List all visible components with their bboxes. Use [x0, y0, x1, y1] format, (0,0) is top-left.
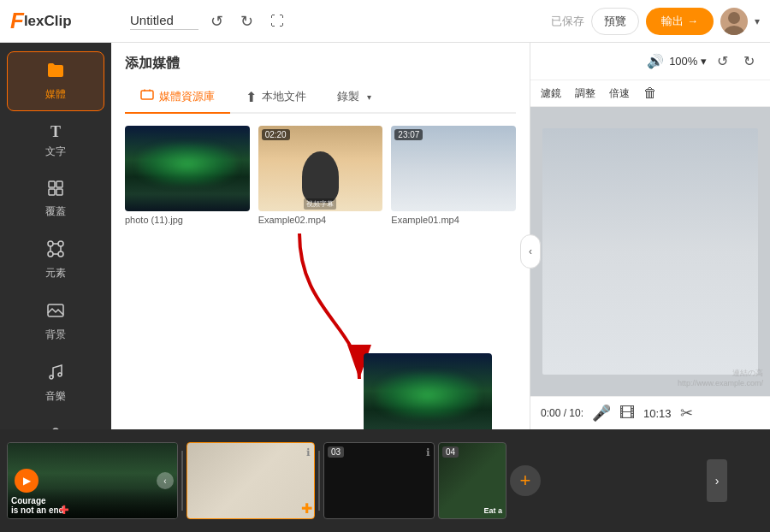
- drop-aurora-effect: [376, 372, 479, 419]
- media-panel: 添加媒體 媒體資源庫 ⬆ 本地文件 錄製: [111, 43, 530, 429]
- media-thumbnail: 02:20 視頻字幕: [258, 126, 383, 211]
- project-name[interactable]: Untitled: [130, 13, 198, 30]
- sidebar-item-elements[interactable]: 元素: [7, 231, 104, 289]
- add-clip-button[interactable]: +: [510, 465, 541, 496]
- preview-button[interactable]: 預覽: [591, 8, 639, 35]
- sidebar-item-media[interactable]: 媒體: [7, 51, 104, 111]
- logo: F lexClip: [10, 8, 121, 34]
- clip-info-icon-03: ℹ: [426, 446, 430, 458]
- clip-04-label: Eat a: [483, 506, 502, 515]
- svg-rect-18: [141, 91, 153, 99]
- preview-bottom: 0:00 / 10: 🎤 🎞 10:13 ✂: [530, 396, 770, 429]
- volume-chevron-icon: ▾: [701, 55, 707, 68]
- sidebar: 媒體 T 文字 覆蓋: [0, 43, 111, 429]
- drop-preview-thumbnail: [364, 353, 492, 429]
- list-item[interactable]: 02:20 視頻字幕 Example02.mp4: [258, 126, 383, 225]
- sidebar-item-background[interactable]: 背景: [7, 293, 104, 351]
- header-right: 已保存 預覽 輸出 → ▾: [551, 8, 760, 35]
- svg-point-15: [50, 375, 53, 379]
- overlay-icon: [47, 180, 64, 201]
- collapse-panel-button[interactable]: ‹: [520, 234, 541, 269]
- timeline-separator: [181, 451, 183, 511]
- svg-point-9: [58, 251, 63, 257]
- preview-controls: 🔊 100% ▾ ↺ ↻: [530, 43, 770, 80]
- speed-action[interactable]: 倍速: [609, 86, 630, 101]
- redo-button[interactable]: ↻: [235, 9, 258, 34]
- library-icon: [140, 88, 154, 105]
- sidebar-item-overlay[interactable]: 覆蓋: [7, 171, 104, 228]
- duration-badge: 02:20: [262, 129, 290, 140]
- sidebar-item-background-label: 背景: [45, 328, 66, 342]
- logo-text: lexClip: [24, 13, 72, 30]
- clip-info-icon: ℹ: [306, 446, 311, 458]
- header-title-area: Untitled ↺ ↻ ⛶: [130, 9, 542, 34]
- list-item[interactable]: photo (11).jpg: [125, 126, 250, 225]
- clip-prev-button[interactable]: ‹: [157, 472, 174, 489]
- film-icon[interactable]: 🎞: [619, 405, 635, 423]
- media-item-label: Example02.mp4: [258, 215, 383, 225]
- video-caption: 視頻字幕: [304, 198, 336, 210]
- duration-badge: 23:07: [394, 129, 423, 140]
- svg-point-7: [58, 241, 63, 246]
- clip-text-label: Courageis not an end: [11, 496, 64, 515]
- undo-preview-button[interactable]: ↺: [712, 50, 733, 73]
- svg-point-8: [48, 251, 53, 257]
- clip-number-03: 03: [328, 446, 344, 458]
- media-content: photo (11).jpg 02:20 視頻字幕 Example02.mp4 …: [111, 114, 530, 429]
- avatar[interactable]: [720, 8, 748, 35]
- preview-canvas: ‹ 連結の高 http://www.example.com/: [530, 107, 770, 396]
- add-icon: +: [520, 470, 531, 492]
- microphone-icon[interactable]: 🎤: [592, 404, 611, 423]
- timeline-clip-03[interactable]: 03 ℹ: [323, 442, 435, 519]
- logo-f: F: [10, 8, 24, 34]
- svg-rect-2: [49, 181, 55, 187]
- preview-image: [542, 128, 758, 374]
- filter-action[interactable]: 濾鏡: [541, 86, 561, 101]
- list-item[interactable]: 23:07 Example01.mp4: [391, 126, 516, 225]
- volume-percent: 100% ▾: [669, 55, 707, 68]
- media-item-label: photo (11).jpg: [125, 215, 250, 225]
- clip-play-button[interactable]: ▶: [15, 469, 38, 493]
- svg-rect-4: [49, 189, 55, 195]
- sidebar-item-text[interactable]: T 文字: [7, 115, 104, 168]
- text-icon: T: [50, 123, 61, 141]
- delete-clip-button[interactable]: 🗑: [643, 86, 657, 101]
- timeline-separator-2: [318, 451, 320, 511]
- svg-point-1: [724, 26, 744, 35]
- sidebar-item-media-label: 媒體: [45, 87, 66, 102]
- tab-record[interactable]: 錄製 ▾: [322, 81, 387, 114]
- timeline-clip-01[interactable]: 01 Courageis not an end ✚ ▶ ‹: [7, 442, 178, 519]
- account-menu-button[interactable]: ▾: [755, 15, 760, 27]
- redo-preview-button[interactable]: ↻: [738, 50, 760, 73]
- sidebar-item-text-label: 文字: [45, 145, 66, 159]
- tab-local-label: 本地文件: [262, 89, 306, 104]
- adjust-action[interactable]: 調整: [575, 86, 595, 101]
- sidebar-item-watermark[interactable]: 浮水印: [7, 416, 104, 429]
- svg-point-0: [728, 12, 740, 24]
- preview-watermark: 連結の高 http://www.example.com/: [678, 368, 763, 389]
- figure-silhouette: [302, 151, 340, 203]
- timeline-clip-02[interactable]: ℹ ✚: [187, 442, 315, 519]
- tab-record-label: 錄製: [337, 89, 359, 104]
- fullscreen-button[interactable]: ⛶: [265, 10, 289, 33]
- timeline-nav-right-button[interactable]: ›: [707, 459, 727, 502]
- tab-local[interactable]: ⬆ 本地文件: [230, 81, 322, 114]
- clip-markers: ✚: [59, 503, 69, 517]
- timeline-clip-04[interactable]: 04 Eat a: [438, 442, 506, 519]
- export-button[interactable]: 輸出 →: [646, 8, 714, 35]
- media-item-label: Example01.mp4: [391, 215, 516, 225]
- tab-library-label: 媒體資源庫: [159, 89, 215, 104]
- upload-icon: ⬆: [246, 89, 257, 105]
- scissors-icon[interactable]: ✂: [680, 404, 693, 423]
- media-tabs: 媒體資源庫 ⬆ 本地文件 錄製 ▾: [125, 81, 516, 114]
- header: F lexClip Untitled ↺ ↻ ⛶ 已保存 預覽 輸出 → ▾: [0, 0, 770, 43]
- filter-row: 濾鏡 調整 倍速 🗑: [530, 80, 770, 107]
- sidebar-item-music[interactable]: 音樂: [7, 354, 104, 412]
- timecode: 0:00 / 10:: [541, 407, 583, 419]
- undo-button[interactable]: ↺: [205, 9, 228, 34]
- sidebar-item-elements-label: 元素: [45, 266, 66, 281]
- tab-library[interactable]: 媒體資源庫: [125, 81, 230, 114]
- clip-overlay: Courageis not an end: [8, 488, 177, 518]
- media-grid: photo (11).jpg 02:20 視頻字幕 Example02.mp4 …: [125, 126, 516, 225]
- media-panel-title: 添加媒體: [125, 55, 516, 73]
